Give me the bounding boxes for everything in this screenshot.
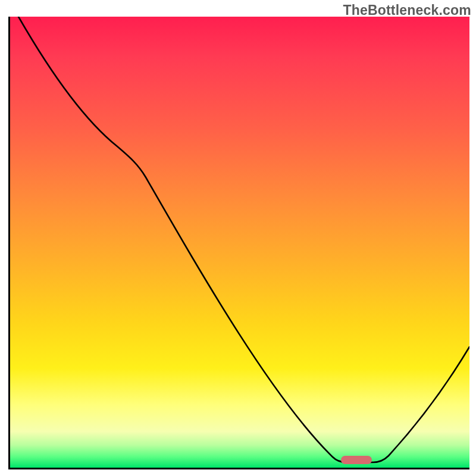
curve-path (18, 17, 469, 462)
chart-container: TheBottleneck.com (0, 0, 476, 476)
bottleneck-curve (10, 17, 469, 468)
optimal-point-marker (341, 456, 372, 464)
watermark-label: TheBottleneck.com (343, 2, 471, 18)
plot-area (8, 17, 469, 469)
